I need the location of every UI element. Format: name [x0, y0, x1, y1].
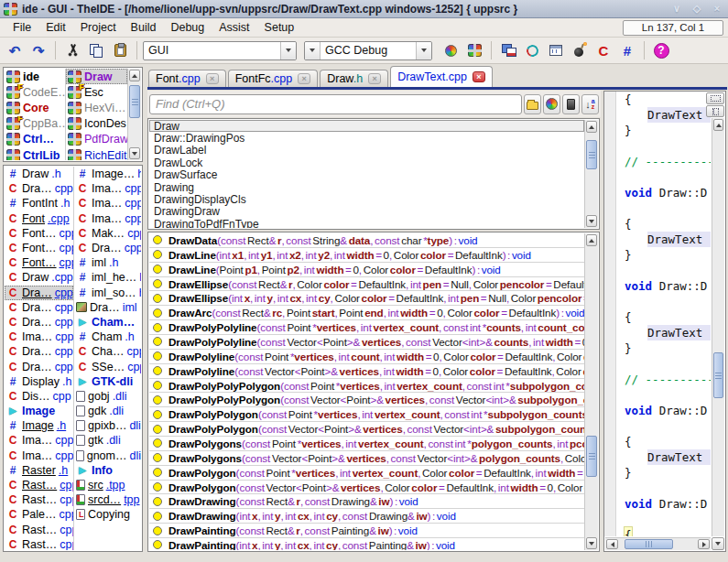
- file-item-fontint-h[interactable]: #FontInt.h: [5, 196, 73, 211]
- method-item-drawpolyline[interactable]: DrawPolyline(const Vector<Point>& vertic…: [149, 364, 584, 379]
- file-item-rast-cpp[interactable]: CRast…cpp: [5, 478, 73, 492]
- scroll-up-button[interactable]: [586, 121, 597, 133]
- file-item-cham[interactable]: ▶Cham…: [74, 315, 141, 330]
- file-item-ima-cpp[interactable]: CIma…cpp: [74, 196, 141, 211]
- file-item-ima-cpp[interactable]: CIma…cpp: [5, 433, 73, 448]
- package-organizer-button[interactable]: [463, 39, 485, 61]
- symbol-scrollbar[interactable]: [584, 120, 598, 228]
- file-item-gtk-dli[interactable]: ▶GTK-dli: [74, 374, 141, 389]
- symbol-item-drawingdisplaycls[interactable]: DrawingDisplayCls: [149, 193, 584, 205]
- file-item-gpixb-dli[interactable]: gpixb…dli: [74, 418, 141, 433]
- find-input[interactable]: [149, 94, 522, 114]
- scroll-thumb[interactable]: [625, 539, 673, 549]
- file-item-rast-cpp[interactable]: CRast…cpp: [5, 492, 73, 507]
- main-package-combo[interactable]: GUI: [143, 41, 297, 60]
- scroll-right-button[interactable]: [698, 539, 710, 549]
- symbol-item-drawing[interactable]: Drawing: [149, 181, 584, 193]
- package-item-core[interactable]: Core: [5, 100, 65, 115]
- file-item-ima-cpp[interactable]: CIma…cpp: [5, 330, 73, 344]
- method-item-drawpainting[interactable]: DrawPainting(int x, int y, int cx, int c…: [149, 538, 584, 550]
- file-item-dra-iml[interactable]: Dra…iml: [74, 300, 141, 315]
- file-item-ima-cpp[interactable]: CIma…cpp: [74, 211, 141, 226]
- browse-symbols-button[interactable]: [543, 94, 560, 114]
- method-item-drawarc[interactable]: DrawArc(const Rect& rc, Point start, Poi…: [149, 306, 584, 320]
- maximize-icon[interactable]: ◇: [690, 2, 704, 16]
- file-item-draw-h[interactable]: #Draw.h: [5, 167, 73, 181]
- scroll-up-button[interactable]: [129, 70, 140, 81]
- scroll-left-button[interactable]: [606, 539, 618, 549]
- tab-font-cpp[interactable]: Font.cpp×: [148, 70, 226, 87]
- file-item-dra-cpp[interactable]: CDra…cpp: [5, 300, 73, 315]
- symbol-item-draw-drawingpos[interactable]: Draw::DrawingPos: [149, 132, 584, 144]
- file-item-mak-cpp[interactable]: CMak…cpp: [74, 226, 141, 241]
- debug-button[interactable]: [569, 39, 591, 61]
- method-item-drawpolyline[interactable]: DrawPolyline(const Point *vertices, int …: [149, 350, 584, 364]
- scroll-thumb[interactable]: [586, 436, 597, 477]
- package-item-ctrllib[interactable]: CtrlLib: [5, 147, 65, 160]
- tab-close-icon[interactable]: ×: [473, 71, 485, 82]
- file-item-cha-cpp[interactable]: CCha…cpp: [74, 344, 141, 359]
- combo-dropdown-button[interactable]: [416, 42, 431, 59]
- scroll-thumb[interactable]: [713, 352, 723, 398]
- split-vertical-button[interactable]: [706, 105, 724, 117]
- method-item-drawdata[interactable]: DrawData(const Rect& r, const String& da…: [149, 233, 584, 248]
- scroll-down-button[interactable]: [129, 147, 140, 159]
- editor-vertical-scrollbar[interactable]: [712, 118, 724, 536]
- file-item-rast-cpp[interactable]: CRast…cpp: [5, 537, 73, 550]
- file-item-dra-cpp[interactable]: CDra…cpp: [5, 181, 73, 196]
- method-item-drawpolypolygon[interactable]: DrawPolyPolygon(const Point *vertices, i…: [149, 407, 584, 422]
- file-item-font-cpp[interactable]: CFont…cpp: [5, 226, 73, 241]
- package-item-ide[interactable]: ide: [5, 69, 65, 84]
- package-item-cppba[interactable]: FCppBa…: [5, 116, 65, 132]
- method-item-drawellipse[interactable]: DrawEllipse(const Rect& r, Color color =…: [149, 277, 584, 292]
- file-item-dis-cpp[interactable]: CDis…cpp: [5, 389, 73, 404]
- menu-debug[interactable]: Debug: [163, 18, 212, 37]
- close-icon[interactable]: ×: [710, 2, 724, 16]
- method-item-drawpolypolyline[interactable]: DrawPolyPolyline(const Vector<Point>& ve…: [149, 335, 584, 350]
- scroll-thumb[interactable]: [129, 85, 140, 118]
- file-item-iml-he-h[interactable]: #iml_he…h: [74, 270, 141, 285]
- cut-button[interactable]: [61, 39, 83, 61]
- symbol-item-drawsurface[interactable]: DrawSurface: [149, 169, 584, 181]
- file-item-gtk-dli[interactable]: gtk.dli: [74, 433, 141, 448]
- rebuild-button[interactable]: C: [592, 39, 614, 61]
- method-item-drawellipse[interactable]: DrawEllipse(int x, int y, int cx, int cy…: [149, 291, 584, 306]
- menu-assist[interactable]: Assist: [212, 18, 256, 37]
- scroll-up-button[interactable]: [713, 119, 723, 131]
- package-item-icondes[interactable]: IconDes: [66, 116, 127, 132]
- combo-dropdown-button[interactable]: [280, 42, 296, 59]
- file-item-display-h[interactable]: #Display.h: [5, 374, 73, 389]
- file-item-image-h[interactable]: #Image…h: [74, 167, 141, 181]
- browse-files-button[interactable]: [524, 94, 541, 114]
- file-item-info[interactable]: ▶Info: [74, 463, 141, 478]
- file-item-src-tpp[interactable]: src.tpp: [74, 478, 141, 492]
- file-item-copying[interactable]: LCopying: [74, 507, 141, 522]
- file-item-font-cpp[interactable]: CFont…cpp: [5, 255, 73, 270]
- file-item-cham-h[interactable]: #Cham.h: [74, 330, 141, 344]
- scroll-down-button[interactable]: [712, 537, 724, 550]
- make-build-button[interactable]: [545, 39, 567, 61]
- tab-draw-h[interactable]: Draw.h×: [320, 70, 388, 87]
- file-item-dra-cpp[interactable]: CDra…cpp: [5, 286, 73, 300]
- menu-build[interactable]: Build: [124, 18, 164, 37]
- method-item-drawdrawing[interactable]: DrawDrawing(int x, int y, int cx, int cy…: [149, 509, 584, 524]
- scroll-thumb[interactable]: [586, 140, 597, 169]
- package-item-codee[interactable]: FCodeE…: [5, 84, 65, 100]
- symbol-item-drawlock[interactable]: DrawLock: [149, 157, 584, 168]
- method-item-drawpolypolypolygon[interactable]: DrawPolyPolyPolygon(const Point *vertice…: [149, 379, 584, 394]
- file-item-rast-cpp[interactable]: CRast…cpp: [5, 523, 73, 537]
- file-item-ima-cpp[interactable]: CIma…cpp: [5, 449, 73, 463]
- file-item-iml-h[interactable]: #iml.h: [74, 255, 141, 270]
- tab-fontfc-cpp[interactable]: FontFc.cpp×: [228, 70, 319, 87]
- method-item-drawpolypolypolygon[interactable]: DrawPolyPolyPolygon(const Vector<Point>&…: [149, 393, 584, 407]
- package-item-esc[interactable]: FEsc: [66, 84, 127, 100]
- file-item-font-cpp[interactable]: CFont…cpp: [5, 241, 73, 255]
- file-item-gdk-dli[interactable]: gdk.dli: [74, 404, 141, 418]
- file-item-image[interactable]: ▶Image: [5, 404, 73, 418]
- tab-close-icon[interactable]: ×: [298, 73, 310, 84]
- current-file-button[interactable]: [562, 94, 580, 114]
- file-item-pale-cpp[interactable]: CPale…cpp: [5, 507, 73, 522]
- package-scrollbar[interactable]: [127, 69, 141, 160]
- menu-file[interactable]: File: [5, 18, 38, 37]
- menu-setup[interactable]: Setup: [257, 18, 302, 37]
